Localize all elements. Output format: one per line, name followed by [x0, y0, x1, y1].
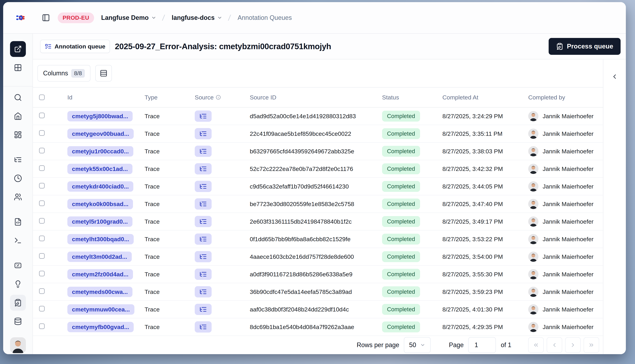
page-number-input[interactable] [468, 337, 496, 353]
avatar-image [528, 252, 538, 262]
row-source-trace-button[interactable] [195, 163, 211, 174]
row-id-link[interactable]: cmetykdr400ciad0... [67, 181, 133, 192]
external-link-icon [14, 45, 22, 53]
sidebar-item-scores[interactable] [10, 258, 26, 273]
next-page-button[interactable] [565, 337, 581, 353]
previous-page-button[interactable] [547, 337, 562, 353]
row-id-link[interactable]: cmetym2fz00d4ad... [67, 269, 133, 280]
table-row[interactable]: cmetyju1r00ccad0... Trace b63297665cfd44… [33, 143, 603, 160]
sidebar-item-tracing[interactable] [10, 152, 26, 168]
table-row[interactable]: cmetylt3m00d2ad... Trace 4aaece1603cb2e1… [33, 248, 603, 266]
row-checkbox[interactable] [39, 130, 45, 136]
row-checkbox[interactable] [39, 236, 45, 241]
table-row[interactable]: cmetymmuw00cea... Trace aaf0c38db0f3f204… [33, 301, 603, 318]
column-header-status[interactable]: Status [382, 94, 442, 101]
row-id-link[interactable]: cmetygeov00buad... [67, 128, 134, 139]
process-queue-button[interactable]: Process queue [549, 38, 620, 55]
row-id-link[interactable]: cmetyju1r00ccad0... [67, 146, 133, 156]
row-id-link[interactable]: cmetymmuw00cea... [67, 304, 134, 315]
row-id-link[interactable]: cmetylt3m00d2ad... [67, 252, 132, 262]
row-source-trace-button[interactable] [195, 110, 211, 122]
row-source-trace-button[interactable] [195, 304, 211, 315]
sidebar-item-open-in-new[interactable] [10, 41, 26, 57]
sidebar-item-users[interactable] [10, 189, 26, 205]
sidebar-item-dashboards[interactable] [10, 127, 26, 143]
column-header-completed-at-label: Completed At [442, 94, 478, 101]
sidebar-item-playground[interactable] [10, 232, 26, 248]
queue-type-badge[interactable]: Annotation queue [40, 40, 110, 53]
table-row[interactable]: cmetygeov00buad... Trace 22c41f09acae5b1… [33, 125, 603, 143]
column-header-source-label: Source [195, 94, 214, 101]
row-source-trace-button[interactable] [195, 198, 211, 210]
first-page-button[interactable] [528, 337, 544, 353]
sidebar-toggle-button[interactable] [42, 14, 50, 22]
select-all-checkbox[interactable] [39, 94, 45, 100]
row-type: Trace [145, 183, 195, 190]
table-row[interactable]: cmetymeds00cwa... Trace 36b90cdfc47e5da1… [33, 283, 603, 301]
row-id-link[interactable]: cmetymeds00cwa... [67, 287, 132, 297]
table-row[interactable]: cmetylht300bqad0... Trace 0f1dd65b7bb9bf… [33, 230, 603, 248]
row-checkbox[interactable] [39, 271, 45, 276]
sidebar-item-sessions[interactable] [10, 170, 26, 186]
row-source-trace-button[interactable] [195, 286, 211, 298]
breadcrumb-project[interactable]: langfuse-docs [172, 14, 222, 22]
breadcrumb-org[interactable]: Langfuse Demo [101, 14, 156, 22]
chevrons-left-icon [533, 342, 539, 348]
row-checkbox[interactable] [39, 200, 45, 206]
table-row[interactable]: cmetyg5j800bwad... Trace d5ad9d52a00c6e1… [33, 108, 603, 125]
table-row[interactable]: cmetyk55x00c1ad... Trace 52c72c2222ea78e… [33, 160, 603, 178]
row-source-trace-button[interactable] [195, 234, 211, 245]
row-id-link[interactable]: cmetyko0k00bsad... [67, 199, 133, 209]
sidebar-item-annotation-queues[interactable] [10, 295, 26, 310]
row-source-trace-button[interactable] [195, 128, 211, 139]
column-header-id[interactable]: Id [67, 94, 145, 101]
user-avatar[interactable] [10, 337, 26, 353]
columns-button[interactable]: Columns 8/8 [38, 65, 90, 82]
row-checkbox[interactable] [39, 288, 45, 294]
table-row[interactable]: cmetykdr400ciad0... Trace c9d56ca32efaff… [33, 178, 603, 195]
column-header-completed-at[interactable]: Completed At [442, 94, 528, 101]
breadcrumb-separator: / [228, 13, 231, 22]
table-row[interactable]: cmetymyfb00gvad... Trace 8dc69b1ba1e540b… [33, 318, 603, 336]
table-row[interactable]: cmetyko0k00bsad... Trace be7723e30d80205… [33, 195, 603, 213]
row-id-link[interactable]: cmetylht300bqad0... [67, 234, 134, 244]
row-avatar [528, 216, 538, 226]
page-label: Page [449, 341, 464, 349]
row-source-trace-button[interactable] [195, 181, 211, 192]
collapse-panel-button[interactable] [609, 71, 620, 82]
sidebar-item-prompts[interactable] [10, 214, 26, 230]
sidebar-item-home[interactable] [10, 108, 26, 124]
table-row[interactable]: cmetyl5r100grad0... Trace 2e603f31361115… [33, 213, 603, 230]
row-checkbox[interactable] [39, 112, 45, 118]
row-id-link[interactable]: cmetyk55x00c1ad... [67, 164, 132, 174]
row-source-trace-button[interactable] [195, 321, 211, 332]
row-checkbox[interactable] [39, 148, 45, 153]
row-checkbox[interactable] [39, 218, 45, 224]
terminal-icon [14, 236, 22, 244]
column-header-source-id[interactable]: Source ID [250, 94, 382, 101]
row-checkbox[interactable] [39, 165, 45, 171]
row-source-trace-button[interactable] [195, 268, 211, 280]
sidebar-item-search[interactable] [10, 90, 26, 106]
sidebar-item-table-view[interactable] [10, 60, 26, 76]
row-id-link[interactable]: cmetyl5r100grad0... [67, 216, 132, 227]
column-header-completed-by[interactable]: Completed by [528, 94, 603, 101]
rows-per-page-select[interactable]: 50 [404, 337, 431, 353]
last-page-button[interactable] [584, 337, 599, 353]
row-checkbox[interactable] [39, 306, 45, 312]
row-id-link[interactable]: cmetymyfb00gvad... [67, 322, 134, 332]
sidebar-item-datasets[interactable] [10, 314, 26, 329]
row-checkbox[interactable] [39, 253, 45, 259]
sidebar-item-evaluation[interactable] [10, 276, 26, 292]
column-header-type[interactable]: Type [145, 94, 195, 101]
row-id-link[interactable]: cmetyg5j800bwad... [67, 111, 133, 122]
row-source-trace-button[interactable] [195, 146, 211, 157]
row-checkbox[interactable] [39, 324, 45, 329]
table-row[interactable]: cmetym2fz00d4ad... Trace a0df3f901167218… [33, 266, 603, 283]
row-height-button[interactable] [95, 65, 112, 82]
row-source-trace-button[interactable] [195, 251, 211, 262]
row-source-trace-button[interactable] [195, 216, 211, 227]
column-header-source[interactable]: Source [195, 94, 250, 101]
list-tree-icon [199, 288, 207, 296]
row-checkbox[interactable] [39, 183, 45, 188]
